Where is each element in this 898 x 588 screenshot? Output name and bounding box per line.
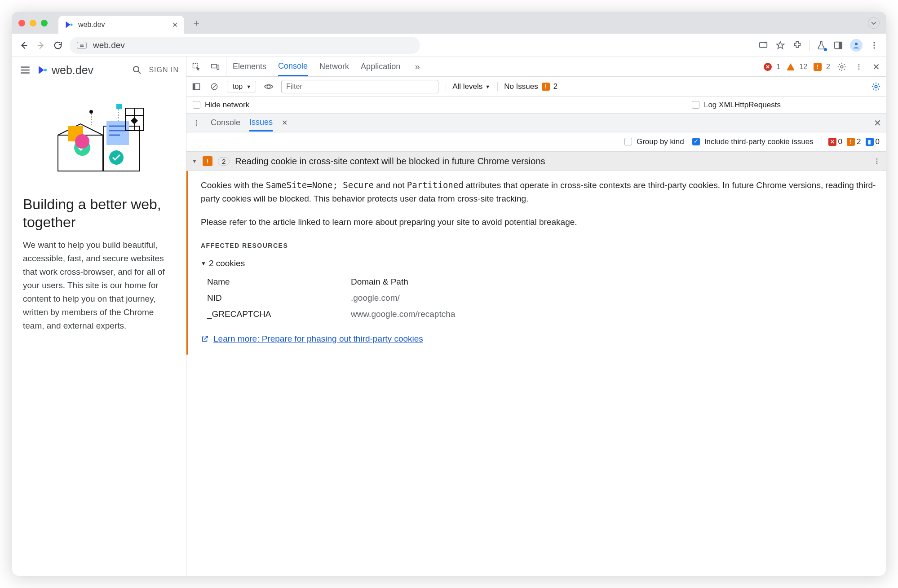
- svg-rect-1: [760, 42, 767, 47]
- omnibox[interactable]: web.dev: [70, 37, 420, 54]
- learn-more-link[interactable]: Learn more: Prepare for phasing out thir…: [201, 332, 877, 346]
- affected-resources: AFFECTED RESOURCES ▼2 cookies NameDomain…: [201, 239, 877, 322]
- tabs-overflow-icon[interactable]: »: [412, 61, 423, 72]
- issue-count-badge: 2: [218, 157, 230, 166]
- svg-rect-26: [212, 64, 217, 68]
- issue-header[interactable]: ▼ ! 2 Reading cookie in cross-site conte…: [186, 151, 886, 171]
- issue-severity-icon: !: [203, 156, 212, 166]
- site-logo[interactable]: web.dev: [37, 64, 93, 77]
- svg-point-38: [196, 122, 197, 123]
- issue-menu-icon[interactable]: [873, 157, 880, 166]
- svg-point-9: [133, 66, 139, 72]
- svg-point-40: [876, 158, 878, 160]
- sidepanel-icon[interactable]: [833, 40, 844, 51]
- issue-body: Cookies with the SameSite=None; Secure a…: [186, 171, 886, 355]
- svg-point-7: [873, 47, 875, 48]
- svg-point-35: [267, 85, 270, 88]
- drawer-tabbar: Console Issues ✕ ✕: [186, 114, 886, 132]
- extensions-icon[interactable]: [792, 40, 803, 51]
- back-button[interactable]: [18, 40, 29, 51]
- settings-gear-icon[interactable]: [836, 61, 847, 72]
- svg-rect-33: [193, 83, 195, 89]
- device-toolbar-icon[interactable]: [210, 61, 221, 72]
- close-drawer-icon[interactable]: ✕: [874, 118, 881, 128]
- maximize-window-icon[interactable]: [41, 20, 48, 26]
- svg-rect-3: [839, 42, 842, 48]
- hide-network-checkbox[interactable]: Hide network: [193, 101, 249, 110]
- status-flags[interactable]: !2: [814, 63, 830, 71]
- signin-link[interactable]: SIGN IN: [149, 66, 179, 74]
- group-by-kind-checkbox[interactable]: Group by kind: [624, 137, 684, 146]
- svg-point-42: [876, 162, 878, 164]
- issue-paragraph-1: Cookies with the SameSite=None; Secure a…: [201, 178, 877, 206]
- svg-rect-20: [116, 104, 122, 109]
- close-tab-icon[interactable]: ✕: [172, 21, 178, 29]
- bookmark-star-icon[interactable]: [775, 40, 786, 51]
- log-xhr-checkbox[interactable]: Log XMLHttpRequests: [692, 101, 781, 110]
- svg-point-30: [858, 66, 860, 67]
- issues-toolbar: Group by kind Include third-party cookie…: [186, 132, 886, 151]
- devtools-panel: Elements Console Network Application » ✕…: [186, 57, 886, 576]
- tab-elements[interactable]: Elements: [233, 58, 266, 75]
- close-drawer-tab-icon[interactable]: ✕: [282, 118, 288, 127]
- page-headline: Building a better web, together: [23, 195, 175, 231]
- svg-point-41: [876, 161, 878, 162]
- tab-network[interactable]: Network: [319, 58, 349, 75]
- svg-point-28: [840, 66, 843, 68]
- console-settings-gear-icon[interactable]: [871, 81, 881, 92]
- site-settings-icon[interactable]: [77, 42, 87, 49]
- clear-console-icon[interactable]: [209, 81, 220, 92]
- drawer-menu-icon[interactable]: [191, 118, 202, 128]
- disclosure-triangle-icon[interactable]: ▼: [192, 158, 197, 164]
- cast-icon[interactable]: [758, 40, 769, 51]
- svg-point-4: [855, 43, 858, 45]
- tab-overflow-button[interactable]: [868, 17, 880, 29]
- hamburger-menu-icon[interactable]: [19, 64, 31, 76]
- status-errors[interactable]: ✕1: [764, 63, 780, 71]
- labs-icon[interactable]: [816, 40, 827, 51]
- cookie-row[interactable]: _GRECAPTCHAwww.google.com/recaptcha: [207, 306, 877, 322]
- live-expression-icon[interactable]: [263, 81, 274, 92]
- svg-point-39: [196, 124, 197, 126]
- close-devtools-icon[interactable]: ✕: [871, 61, 881, 72]
- issue-title: Reading cookie in cross-site context wil…: [235, 156, 545, 167]
- hero-illustration: [23, 95, 175, 184]
- window-titlebar: web.dev ✕ ＋: [12, 12, 886, 34]
- favicon-icon: [65, 20, 74, 29]
- cookie-row[interactable]: NID.google.com/: [207, 290, 877, 306]
- inspect-element-icon[interactable]: [191, 61, 202, 72]
- drawer-tab-issues[interactable]: Issues: [249, 114, 273, 132]
- window-controls: [18, 20, 48, 26]
- issues-summary[interactable]: No Issues ! 2: [497, 82, 557, 91]
- devtools-tabbar: Elements Console Network Application » ✕…: [186, 57, 886, 77]
- new-tab-button[interactable]: ＋: [191, 16, 201, 30]
- kebab-menu-icon[interactable]: [869, 40, 880, 51]
- browser-toolbar: web.dev: [12, 34, 886, 57]
- issue-paragraph-2: Please refer to the article linked to le…: [201, 215, 877, 229]
- url-text: web.dev: [93, 40, 125, 50]
- devtools-menu-icon[interactable]: [854, 61, 864, 72]
- profile-avatar[interactable]: [850, 39, 863, 52]
- include-3p-checkbox[interactable]: Include third-party cookie issues: [692, 137, 814, 146]
- close-window-icon[interactable]: [18, 20, 25, 26]
- toggle-sidebar-icon[interactable]: [191, 81, 202, 92]
- cookies-disclosure[interactable]: ▼2 cookies: [201, 257, 877, 270]
- browser-tab[interactable]: web.dev ✕: [58, 16, 184, 34]
- console-settings-row: Hide network Log XMLHttpRequests: [186, 97, 886, 114]
- context-selector[interactable]: top▼: [227, 81, 256, 92]
- log-levels-selector[interactable]: All levels▼: [446, 82, 490, 91]
- page-description: We want to help you build beautiful, acc…: [23, 238, 175, 333]
- reload-button[interactable]: [53, 40, 63, 51]
- filter-input[interactable]: [281, 80, 438, 93]
- svg-point-21: [89, 110, 93, 114]
- search-icon[interactable]: [132, 65, 142, 75]
- svg-point-6: [873, 44, 875, 46]
- page-content: web.dev SIGN IN: [12, 57, 186, 576]
- minimize-window-icon[interactable]: [30, 20, 36, 26]
- status-warnings[interactable]: 12: [787, 63, 807, 71]
- forward-button[interactable]: [35, 40, 46, 51]
- drawer-tab-console[interactable]: Console: [211, 118, 240, 127]
- tab-console[interactable]: Console: [278, 57, 308, 76]
- console-toolbar: top▼ All levels▼ No Issues ! 2: [186, 77, 886, 97]
- tab-application[interactable]: Application: [361, 58, 400, 75]
